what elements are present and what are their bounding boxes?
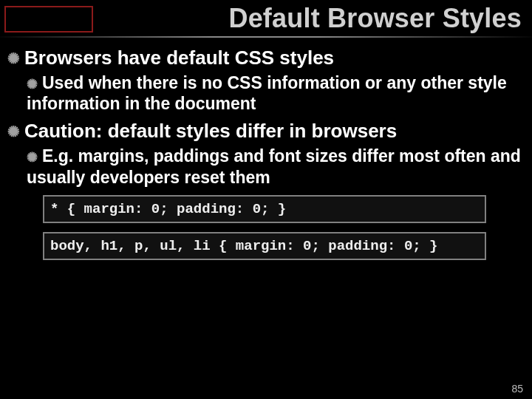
title-underline <box>0 36 532 38</box>
slide-body: ✺Browsers have default CSS styles ✺Used … <box>0 45 532 260</box>
burst-icon: ✺ <box>7 51 20 66</box>
bullet-level2: ✺Used when there is no CSS information o… <box>27 72 526 115</box>
bullet-level2: ✺E.g. margins, paddings and font sizes d… <box>27 146 526 188</box>
bullet-text: Used when there is no CSS information or… <box>27 73 507 113</box>
bullet-text: Caution: default styles differ in browse… <box>24 120 397 142</box>
burst-icon: ✺ <box>27 78 38 91</box>
page-number: 85 <box>511 383 523 395</box>
burst-icon: ✺ <box>7 124 20 139</box>
bullet-text: E.g. margins, paddings and font sizes di… <box>27 147 521 187</box>
bullet-text: Browsers have default CSS styles <box>24 47 334 69</box>
bullet-level1: ✺Caution: default styles differ in brows… <box>7 118 526 143</box>
logo-placeholder <box>4 6 93 33</box>
bullet-level1: ✺Browsers have default CSS styles <box>7 45 526 69</box>
code-block: body, h1, p, ul, li { margin: 0; padding… <box>43 232 486 260</box>
code-block: * { margin: 0; padding: 0; } <box>43 195 486 223</box>
burst-icon: ✺ <box>27 151 38 164</box>
